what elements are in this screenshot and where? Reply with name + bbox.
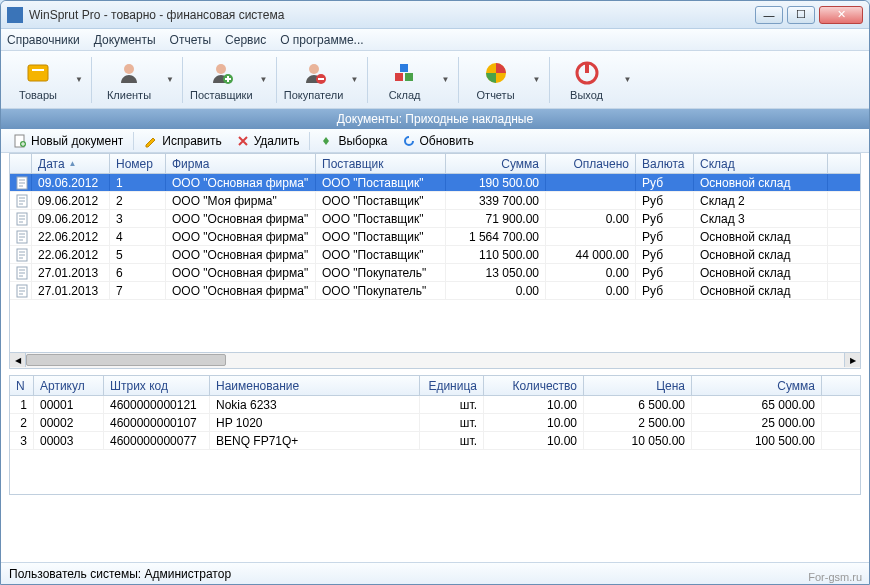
close-button[interactable]: ✕ bbox=[819, 6, 863, 24]
toolbar-dropdown[interactable]: ▼ bbox=[258, 54, 270, 106]
toolbar-reports[interactable]: Отчеты bbox=[465, 54, 527, 106]
col-barcode[interactable]: Штрих код bbox=[104, 376, 210, 395]
cell-warehouse: Основной склад bbox=[694, 264, 828, 281]
toolbar-clients[interactable]: Клиенты bbox=[98, 54, 160, 106]
scroll-left-arrow[interactable]: ◀ bbox=[10, 353, 26, 367]
filter-button[interactable]: Выборка bbox=[314, 132, 393, 150]
col-firm[interactable]: Фирма bbox=[166, 154, 316, 173]
col-price[interactable]: Цена bbox=[584, 376, 692, 395]
document-icon bbox=[16, 230, 28, 244]
items-grid-header: N Артикул Штрих код Наименование Единица… bbox=[10, 376, 860, 396]
items-grid: N Артикул Штрих код Наименование Единица… bbox=[9, 375, 861, 495]
cell-sum: 110 500.00 bbox=[446, 246, 546, 263]
toolbar-label: Клиенты bbox=[107, 89, 151, 101]
cell-paid bbox=[546, 192, 636, 209]
toolbar-label: Отчеты bbox=[477, 89, 515, 101]
cell-article: 00001 bbox=[34, 396, 104, 413]
toolbar-dropdown[interactable]: ▼ bbox=[622, 54, 634, 106]
menu-documents[interactable]: Документы bbox=[94, 33, 156, 47]
col-qty[interactable]: Количество bbox=[484, 376, 584, 395]
items-grid-body[interactable]: 1000014600000000121Nokia 6233шт.10.006 5… bbox=[10, 396, 860, 494]
cell-price: 10 050.00 bbox=[584, 432, 692, 449]
cell-currency: Руб bbox=[636, 174, 694, 191]
action-toolbar: Новый документ Исправить Удалить Выборка… bbox=[1, 129, 869, 153]
cell-sum: 339 700.00 bbox=[446, 192, 546, 209]
toolbar-suppliers[interactable]: Поставщики bbox=[189, 54, 254, 106]
refresh-icon bbox=[402, 134, 416, 148]
toolbar-warehouse[interactable]: Склад bbox=[374, 54, 436, 106]
documents-grid-body[interactable]: 09.06.20121ООО "Основная фирма"ООО "Пост… bbox=[10, 174, 860, 352]
toolbar-dropdown[interactable]: ▼ bbox=[73, 54, 85, 106]
cell-supplier: ООО "Поставщик" bbox=[316, 174, 446, 191]
menu-reports[interactable]: Отчеты bbox=[170, 33, 211, 47]
toolbar-dropdown[interactable]: ▼ bbox=[440, 54, 452, 106]
row-icon-cell bbox=[10, 174, 32, 191]
cell-unit: шт. bbox=[420, 396, 484, 413]
cell-currency: Руб bbox=[636, 228, 694, 245]
menu-service[interactable]: Сервис bbox=[225, 33, 266, 47]
col-number[interactable]: Номер bbox=[110, 154, 166, 173]
col-sum[interactable]: Сумма bbox=[446, 154, 546, 173]
delete-button[interactable]: Удалить bbox=[230, 132, 306, 150]
col-unit[interactable]: Единица bbox=[420, 376, 484, 395]
col-date[interactable]: Дата▲ bbox=[32, 154, 110, 173]
col-icon[interactable] bbox=[10, 154, 32, 173]
col-supplier[interactable]: Поставщик bbox=[316, 154, 446, 173]
col-warehouse[interactable]: Склад bbox=[694, 154, 828, 173]
cell-supplier: ООО "Поставщик" bbox=[316, 210, 446, 227]
table-row[interactable]: 3000034600000000077BENQ FP71Q+шт.10.0010… bbox=[10, 432, 860, 450]
toolbar-dropdown[interactable]: ▼ bbox=[531, 54, 543, 106]
cell-unit: шт. bbox=[420, 414, 484, 431]
row-icon-cell bbox=[10, 282, 32, 299]
cell-name: Nokia 6233 bbox=[210, 396, 420, 413]
scroll-right-arrow[interactable]: ▶ bbox=[844, 353, 860, 367]
toolbar-buyers[interactable]: Покупатели bbox=[283, 54, 345, 106]
toolbar-exit[interactable]: Выход bbox=[556, 54, 618, 106]
reports-icon bbox=[482, 59, 510, 87]
maximize-button[interactable]: ☐ bbox=[787, 6, 815, 24]
table-row[interactable]: 1000014600000000121Nokia 6233шт.10.006 5… bbox=[10, 396, 860, 414]
table-row[interactable]: 22.06.20125ООО "Основная фирма"ООО "Пост… bbox=[10, 246, 860, 264]
table-row[interactable]: 22.06.20124ООО "Основная фирма"ООО "Пост… bbox=[10, 228, 860, 246]
new-document-button[interactable]: Новый документ bbox=[7, 132, 129, 150]
cell-date: 22.06.2012 bbox=[32, 228, 110, 245]
cell-sum: 0.00 bbox=[446, 282, 546, 299]
table-row[interactable]: 09.06.20123ООО "Основная фирма"ООО "Пост… bbox=[10, 210, 860, 228]
horizontal-scrollbar[interactable]: ◀ ▶ bbox=[9, 353, 861, 369]
row-icon-cell bbox=[10, 228, 32, 245]
table-row[interactable]: 09.06.20121ООО "Основная фирма"ООО "Пост… bbox=[10, 174, 860, 192]
cell-number: 5 bbox=[110, 246, 166, 263]
col-article[interactable]: Артикул bbox=[34, 376, 104, 395]
cell-barcode: 4600000000077 bbox=[104, 432, 210, 449]
menu-about[interactable]: О программе... bbox=[280, 33, 363, 47]
separator bbox=[549, 57, 550, 103]
col-currency[interactable]: Валюта bbox=[636, 154, 694, 173]
table-row[interactable]: 27.01.20136ООО "Основная фирма"ООО "Поку… bbox=[10, 264, 860, 282]
col-n[interactable]: N bbox=[10, 376, 34, 395]
col-name[interactable]: Наименование bbox=[210, 376, 420, 395]
menu-references[interactable]: Справочники bbox=[7, 33, 80, 47]
scroll-thumb[interactable] bbox=[26, 354, 226, 366]
minimize-button[interactable]: — bbox=[755, 6, 783, 24]
cell-date: 27.01.2013 bbox=[32, 264, 110, 281]
table-row[interactable]: 09.06.20122ООО "Моя фирма"ООО "Поставщик… bbox=[10, 192, 860, 210]
documents-grid-header: Дата▲ Номер Фирма Поставщик Сумма Оплаче… bbox=[10, 154, 860, 174]
refresh-button[interactable]: Обновить bbox=[396, 132, 480, 150]
toolbar-label: Склад bbox=[389, 89, 421, 101]
table-row[interactable]: 27.01.20137ООО "Основная фирма"ООО "Поку… bbox=[10, 282, 860, 300]
svg-rect-1 bbox=[32, 69, 44, 71]
cell-date: 27.01.2013 bbox=[32, 282, 110, 299]
svg-point-2 bbox=[124, 64, 134, 74]
separator bbox=[458, 57, 459, 103]
table-row[interactable]: 2000024600000000107HP 1020шт.10.002 500.… bbox=[10, 414, 860, 432]
col-total[interactable]: Сумма bbox=[692, 376, 822, 395]
toolbar-dropdown[interactable]: ▼ bbox=[164, 54, 176, 106]
cell-supplier: ООО "Поставщик" bbox=[316, 246, 446, 263]
toolbar-goods[interactable]: Товары bbox=[7, 54, 69, 106]
toolbar-dropdown[interactable]: ▼ bbox=[349, 54, 361, 106]
row-icon-cell bbox=[10, 192, 32, 209]
edit-button[interactable]: Исправить bbox=[138, 132, 227, 150]
statusbar: Пользователь системы: Администратор bbox=[1, 562, 869, 584]
svg-rect-8 bbox=[405, 73, 413, 81]
col-paid[interactable]: Оплачено bbox=[546, 154, 636, 173]
